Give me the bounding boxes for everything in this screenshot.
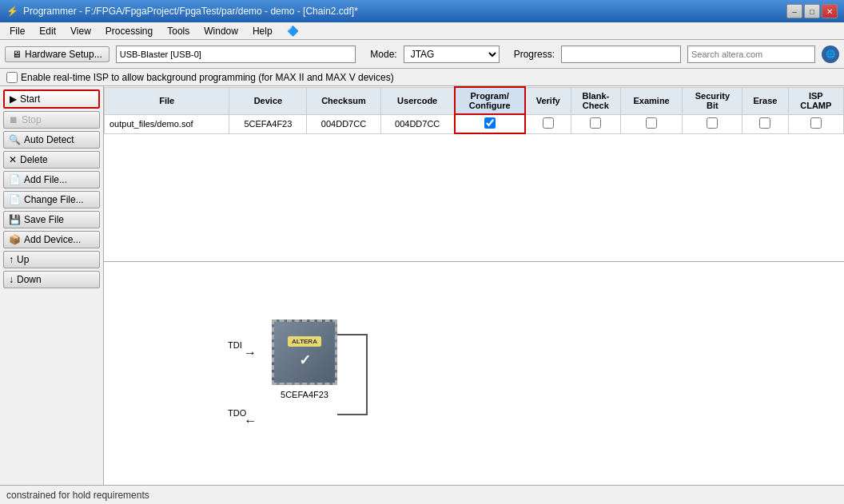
- menu-help[interactable]: Help: [246, 24, 279, 38]
- chip-label: 5CEFA4F23: [276, 390, 333, 399]
- tdo-arrow-icon: →: [244, 414, 257, 428]
- title-bar-controls: – □ ✕: [786, 4, 838, 18]
- add-device-label: Add Device...: [24, 234, 81, 245]
- search-globe-icon: 🌐: [822, 46, 839, 63]
- menu-tools[interactable]: Tools: [161, 24, 196, 38]
- examine-cell[interactable]: [620, 114, 682, 133]
- start-button[interactable]: ▶ Start: [3, 89, 100, 109]
- check-mark-icon: ✓: [299, 351, 311, 369]
- up-label: Up: [17, 254, 29, 265]
- main-content: ▶ Start ⏹ Stop 🔍 Auto Detect ✕ Delete 📄 …: [0, 86, 844, 485]
- delete-label: Delete: [20, 154, 48, 165]
- blank-check-cell[interactable]: [571, 114, 620, 133]
- hw-setup-label: Hardware Setup...: [25, 49, 102, 60]
- blaster-input[interactable]: [116, 46, 356, 63]
- stop-icon: ⏹: [9, 114, 18, 125]
- erase-checkbox[interactable]: [759, 117, 770, 129]
- fpga-chip: ALTERA ✓: [272, 319, 337, 385]
- change-file-label: Change File...: [24, 194, 84, 205]
- isp-clamp-header: ISPCLAMP: [788, 87, 843, 114]
- add-file-button[interactable]: 📄 Add File...: [3, 171, 100, 189]
- menu-edit[interactable]: Edit: [33, 24, 62, 38]
- isp-checkbox[interactable]: [6, 72, 18, 83]
- usercode-cell: 004DD7CC: [380, 114, 455, 133]
- menu-extra[interactable]: 🔷: [281, 24, 305, 38]
- sidebar: ▶ Start ⏹ Stop 🔍 Auto Detect ✕ Delete 📄 …: [0, 86, 104, 485]
- table-area: File Device Checksum Usercode Program/Co…: [104, 86, 844, 262]
- maximize-button[interactable]: □: [804, 4, 820, 18]
- title-bar-left: ⚡ Programmer - F:/FPGA/FpgaProject/FpgaT…: [6, 6, 358, 17]
- mode-label: Mode:: [370, 49, 396, 60]
- checksum-cell: 004DD7CC: [307, 114, 380, 133]
- auto-detect-icon: 🔍: [9, 134, 21, 145]
- hardware-setup-button[interactable]: 🖥 Hardware Setup...: [5, 46, 109, 62]
- add-device-icon: 📦: [9, 234, 21, 245]
- start-label: Start: [20, 93, 40, 105]
- toolbar: 🖥 Hardware Setup... Mode: JTAG Active Se…: [0, 40, 844, 69]
- tdi-label: TDI: [228, 340, 242, 350]
- file-cell: output_files/demo.sof: [105, 114, 229, 133]
- device-header: Device: [229, 87, 307, 114]
- program-configure-checkbox[interactable]: [484, 117, 496, 129]
- change-file-button[interactable]: 📄 Change File...: [3, 191, 100, 208]
- close-button[interactable]: ✕: [822, 4, 838, 18]
- examine-header: Examine: [620, 87, 682, 114]
- menu-bar: File Edit View Processing Tools Window H…: [0, 22, 844, 40]
- progress-label: Progress:: [514, 49, 555, 60]
- app-icon: ⚡: [6, 6, 18, 17]
- down-button[interactable]: ↓ Down: [3, 271, 100, 288]
- diagram-area: TDI → ALTERA ✓ 5CEFA4F23 TDO →: [104, 262, 844, 485]
- search-input[interactable]: [687, 46, 815, 63]
- connection-box: [337, 334, 368, 415]
- checksum-header: Checksum: [307, 87, 380, 114]
- save-file-button[interactable]: 💾 Save File: [3, 211, 100, 228]
- change-file-icon: 📄: [9, 194, 21, 205]
- status-message: constrained for hold requirements: [6, 490, 149, 501]
- usercode-header: Usercode: [380, 87, 455, 114]
- altera-logo: ALTERA: [288, 336, 321, 347]
- erase-cell[interactable]: [742, 114, 788, 133]
- menu-processing[interactable]: Processing: [99, 24, 159, 38]
- add-file-icon: 📄: [9, 174, 21, 185]
- mode-select[interactable]: JTAG Active Serial Programming Passive S…: [404, 46, 500, 63]
- security-bit-checkbox[interactable]: [707, 117, 718, 129]
- minimize-button[interactable]: –: [786, 4, 802, 18]
- menu-view[interactable]: View: [64, 24, 98, 38]
- blank-check-checkbox[interactable]: [590, 117, 601, 129]
- hw-setup-icon: 🖥: [12, 49, 22, 60]
- up-button[interactable]: ↑ Up: [3, 251, 100, 268]
- delete-icon: ✕: [9, 154, 17, 165]
- isp-clamp-checkbox[interactable]: [810, 117, 822, 129]
- auto-detect-button[interactable]: 🔍 Auto Detect: [3, 131, 100, 149]
- program-configure-cell[interactable]: [455, 114, 525, 133]
- stop-button[interactable]: ⏹ Stop: [3, 111, 100, 129]
- stop-label: Stop: [22, 114, 42, 125]
- menu-window[interactable]: Window: [197, 24, 245, 38]
- programmer-table: File Device Checksum Usercode Program/Co…: [104, 86, 844, 134]
- tdi-arrow-icon: →: [244, 346, 257, 360]
- progress-bar: [561, 46, 681, 63]
- save-file-label: Save File: [24, 214, 64, 225]
- menu-file[interactable]: File: [3, 24, 31, 38]
- verify-checkbox[interactable]: [543, 117, 554, 129]
- security-bit-cell[interactable]: [683, 114, 742, 133]
- isp-clamp-cell[interactable]: [788, 114, 843, 133]
- delete-button[interactable]: ✕ Delete: [3, 151, 100, 169]
- security-bit-header: SecurityBit: [683, 87, 742, 114]
- auto-detect-label: Auto Detect: [24, 134, 74, 145]
- start-icon: ▶: [10, 93, 17, 105]
- down-icon: ↓: [9, 274, 14, 285]
- file-header: File: [105, 87, 229, 114]
- table-row: output_files/demo.sof 5CEFA4F23 004DD7CC…: [105, 114, 844, 133]
- content-area: File Device Checksum Usercode Program/Co…: [104, 86, 844, 485]
- verify-cell[interactable]: [525, 114, 571, 133]
- verify-header: Verify: [525, 87, 571, 114]
- add-device-button[interactable]: 📦 Add Device...: [3, 231, 100, 248]
- examine-checkbox[interactable]: [646, 117, 657, 129]
- device-cell: 5CEFA4F23: [229, 114, 307, 133]
- isp-label: Enable real-time ISP to allow background…: [21, 72, 394, 83]
- up-icon: ↑: [9, 254, 14, 265]
- blank-check-header: Blank-Check: [571, 87, 620, 114]
- window-title: Programmer - F:/FPGA/FpgaProject/FpgaTes…: [23, 6, 358, 17]
- title-bar: ⚡ Programmer - F:/FPGA/FpgaProject/FpgaT…: [0, 0, 844, 22]
